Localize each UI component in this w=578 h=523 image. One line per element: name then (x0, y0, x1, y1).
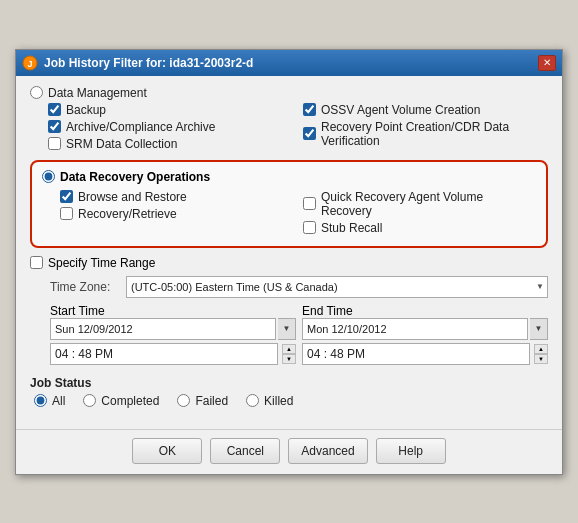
backup-checkbox[interactable] (48, 103, 61, 116)
data-management-radio[interactable] (30, 86, 43, 99)
end-time-value: 04 : 48 PM (307, 347, 365, 361)
recovery-retrieve-checkbox[interactable] (60, 207, 73, 220)
timezone-select[interactable]: (UTC-05:00) Eastern Time (US & Canada) (126, 276, 548, 298)
start-date-row: ▼ (50, 318, 296, 340)
archive-row: Archive/Compliance Archive (48, 120, 293, 134)
start-time-row: 04 : 48 PM ▲ ▼ (50, 343, 296, 365)
status-completed-row: Completed (83, 394, 159, 408)
status-killed-radio[interactable] (246, 394, 259, 407)
status-failed-label: Failed (195, 394, 228, 408)
job-status-radios: All Completed Failed Killed (34, 394, 548, 411)
specify-time-range-checkbox[interactable] (30, 256, 43, 269)
quick-recovery-checkbox[interactable] (303, 197, 316, 210)
window-title: Job History Filter for: ida31-2003r2-d (44, 56, 253, 70)
status-failed-radio[interactable] (177, 394, 190, 407)
start-time-spin: ▲ ▼ (282, 344, 296, 364)
end-time-spin: ▲ ▼ (534, 344, 548, 364)
timezone-label: Time Zone: (50, 280, 120, 294)
data-management-label: Data Management (48, 86, 147, 100)
ok-button[interactable]: OK (132, 438, 202, 464)
time-range-header: Specify Time Range (30, 256, 548, 270)
archive-label: Archive/Compliance Archive (66, 120, 215, 134)
dro-col1: Browse and Restore Recovery/Retrieve (60, 190, 293, 238)
job-history-filter-window: J Job History Filter for: ida31-2003r2-d… (15, 49, 563, 475)
specify-time-range-label: Specify Time Range (48, 256, 155, 270)
timezone-select-wrapper: (UTC-05:00) Eastern Time (US & Canada) (126, 276, 548, 298)
srm-row: SRM Data Collection (48, 137, 293, 151)
stub-recall-checkbox[interactable] (303, 221, 316, 234)
dro-label: Data Recovery Operations (60, 170, 210, 184)
start-date-dropdown-button[interactable]: ▼ (278, 318, 296, 340)
ossv-row: OSSV Agent Volume Creation (303, 103, 548, 117)
dro-col2: Quick Recovery Agent Volume Recovery Stu… (303, 190, 536, 238)
recovery-retrieve-row: Recovery/Retrieve (60, 207, 293, 221)
dialog-footer: OK Cancel Advanced Help (16, 429, 562, 474)
end-date-dropdown-button[interactable]: ▼ (530, 318, 548, 340)
data-recovery-box: Data Recovery Operations Browse and Rest… (30, 160, 548, 248)
status-failed-row: Failed (177, 394, 228, 408)
time-fields: Time Zone: (UTC-05:00) Eastern Time (US … (50, 276, 548, 368)
quick-recovery-row: Quick Recovery Agent Volume Recovery (303, 190, 536, 218)
job-status-label: Job Status (30, 376, 548, 390)
end-date-input[interactable] (302, 318, 528, 340)
status-killed-row: Killed (246, 394, 293, 408)
browse-restore-checkbox[interactable] (60, 190, 73, 203)
ossv-label: OSSV Agent Volume Creation (321, 103, 480, 117)
start-time-value: 04 : 48 PM (55, 347, 113, 361)
recovery-point-checkbox[interactable] (303, 127, 316, 140)
svg-text:J: J (27, 59, 32, 69)
start-date-input[interactable] (50, 318, 276, 340)
backup-label: Backup (66, 103, 106, 117)
time-range-section: Specify Time Range Time Zone: (UTC-05:00… (30, 256, 548, 368)
end-time-label: End Time (302, 304, 353, 318)
browse-restore-row: Browse and Restore (60, 190, 293, 204)
end-time-up-button[interactable]: ▲ (534, 344, 548, 354)
status-all-row: All (34, 394, 65, 408)
start-time-display: 04 : 48 PM (50, 343, 278, 365)
data-recovery-radio[interactable] (42, 170, 55, 183)
help-button[interactable]: Help (376, 438, 446, 464)
job-status-section: Job Status All Completed Failed Killed (30, 376, 548, 411)
status-killed-label: Killed (264, 394, 293, 408)
cancel-button[interactable]: Cancel (210, 438, 280, 464)
backup-row: Backup (48, 103, 293, 117)
browse-restore-label: Browse and Restore (78, 190, 187, 204)
stub-recall-label: Stub Recall (321, 221, 382, 235)
status-all-radio[interactable] (34, 394, 47, 407)
start-time-down-button[interactable]: ▼ (282, 354, 296, 364)
quick-recovery-label: Quick Recovery Agent Volume Recovery (321, 190, 536, 218)
end-time-down-button[interactable]: ▼ (534, 354, 548, 364)
app-icon: J (22, 55, 38, 71)
advanced-button[interactable]: Advanced (288, 438, 367, 464)
data-management-section: Data Management Backup Archive/Complianc… (30, 86, 548, 154)
srm-checkbox[interactable] (48, 137, 61, 150)
srm-label: SRM Data Collection (66, 137, 177, 151)
dialog-content: Data Management Backup Archive/Complianc… (16, 76, 562, 429)
start-time-col: Start Time ▼ 04 : 48 PM ▲ ▼ (50, 304, 296, 368)
recovery-point-row: Recovery Point Creation/CDR Data Verific… (303, 120, 548, 148)
status-completed-radio[interactable] (83, 394, 96, 407)
start-time-label: Start Time (50, 304, 105, 318)
stub-recall-row: Stub Recall (303, 221, 536, 235)
title-bar-buttons: ✕ (538, 55, 556, 71)
title-bar: J Job History Filter for: ida31-2003r2-d… (16, 50, 562, 76)
start-time-up-button[interactable]: ▲ (282, 344, 296, 354)
recovery-point-label: Recovery Point Creation/CDR Data Verific… (321, 120, 548, 148)
dm-col2: OSSV Agent Volume Creation Recovery Poin… (303, 103, 548, 154)
end-time-row: 04 : 48 PM ▲ ▼ (302, 343, 548, 365)
ossv-checkbox[interactable] (303, 103, 316, 116)
timezone-row: Time Zone: (UTC-05:00) Eastern Time (US … (50, 276, 548, 298)
dm-col1: Backup Archive/Compliance Archive SRM Da… (48, 103, 293, 154)
recovery-retrieve-label: Recovery/Retrieve (78, 207, 177, 221)
status-all-label: All (52, 394, 65, 408)
end-date-row: ▼ (302, 318, 548, 340)
time-columns: Start Time ▼ 04 : 48 PM ▲ ▼ (50, 304, 548, 368)
close-button[interactable]: ✕ (538, 55, 556, 71)
dro-title-row: Data Recovery Operations (42, 170, 536, 184)
archive-checkbox[interactable] (48, 120, 61, 133)
data-management-options: Backup Archive/Compliance Archive SRM Da… (48, 103, 548, 154)
end-time-col: End Time ▼ 04 : 48 PM ▲ ▼ (302, 304, 548, 368)
data-management-header: Data Management (30, 86, 548, 100)
title-bar-left: J Job History Filter for: ida31-2003r2-d (22, 55, 253, 71)
dro-options: Browse and Restore Recovery/Retrieve Qui… (60, 190, 536, 238)
